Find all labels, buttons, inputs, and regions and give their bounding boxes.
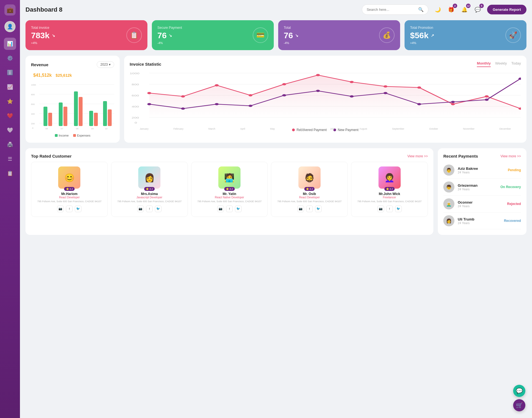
x-label-dec: December [499,127,511,130]
sidebar-item-info[interactable]: ℹ️ [4,66,16,79]
stat-icon-total: 💰 [379,27,395,43]
sidebar-logo[interactable]: 💼 [4,4,16,16]
sidebar-item-menu[interactable]: ☰ [4,153,16,165]
top-rated-view-more[interactable]: View more >> [407,154,428,158]
chat-icon-wrap[interactable]: 💬5 [473,5,483,15]
payment-status-0: Pending [508,168,521,172]
social-icons-3: 📷 f 🐦 [274,206,345,212]
twitter-icon-0[interactable]: 🐦 [75,206,81,212]
svg-point-40 [215,84,219,86]
svg-rect-11 [44,107,47,126]
payment-status-2: Rejected [507,202,521,206]
instagram-icon-3[interactable]: 📷 [297,206,304,212]
instagram-icon-4[interactable]: 📷 [377,206,384,212]
svg-text:600: 600 [132,94,139,97]
customer-card-1: 👩 ⭐ 4.2 Mrs.Asima Javascript Developer 7… [111,162,188,217]
facebook-icon-2[interactable]: f [226,206,233,212]
stat-label-secure: Secure Payment [157,26,182,30]
svg-text:400: 400 [132,105,139,108]
svg-text:06: 06 [45,127,48,130]
svg-point-44 [350,81,354,83]
svg-point-58 [417,103,421,105]
svg-point-39 [181,95,185,98]
payment-item-0: 👨 Aziz Bakree 24 Years Pending [443,162,521,179]
payment-status-1: On Recovery [500,185,521,189]
svg-marker-37 [149,75,521,117]
customer-addr-0: 795 Folsom Ave, Suite 600 San Francisco,… [34,200,105,203]
twitter-icon-4[interactable]: 🐦 [395,206,402,212]
sidebar-item-analytics[interactable]: 📈 [4,81,16,93]
twitter-icon-3[interactable]: 🐦 [315,206,322,212]
year-select[interactable]: 2023 ▾ [97,61,114,68]
page-title: Dashboard 8 [25,6,357,13]
x-label-sep: September [392,127,404,130]
sidebar-item-reports[interactable]: 📋 [4,167,16,179]
rating-badge-3: ⭐ 4.2 [304,187,315,191]
user-avatar[interactable]: 👤 [4,21,16,32]
tab-weekly[interactable]: Weekly [495,61,507,67]
sidebar-item-saved[interactable]: 🤍 [4,124,16,136]
svg-text:1000: 1000 [31,84,36,86]
generate-report-button[interactable]: Generate Report [487,5,526,14]
sidebar-item-favorites[interactable]: ⭐ [4,95,16,107]
payment-avatar-0: 👨 [443,165,454,176]
instagram-icon-2[interactable]: 📷 [217,206,224,212]
sidebar-item-liked[interactable]: ❤️ [4,110,16,122]
sidebar-item-settings[interactable]: ⚙️ [4,52,16,64]
bell-badge: 12 [466,4,470,8]
stat-change-promo: +4% [410,41,434,45]
instagram-icon-1[interactable]: 📷 [137,206,144,212]
payment-item-2: 👨‍🦳 Oconner 24 Years Rejected [443,196,521,212]
svg-point-54 [282,94,286,96]
gift-icon-wrap[interactable]: 🎁2 [446,5,456,15]
x-label-aug: August [359,127,367,130]
payment-status-3: Recovered [504,219,521,223]
svg-text:10: 10 [105,127,108,130]
payment-name-0: Aziz Bakree [458,166,505,171]
svg-point-52 [215,103,219,105]
header-icons: 🌙 🎁2 🔔12 💬5 [433,5,483,15]
svg-rect-20 [108,109,112,126]
stat-value-secure: 76 ↘ [157,31,182,40]
twitter-icon-2[interactable]: 🐦 [235,206,242,212]
cart-fab-button[interactable]: 🛒 [513,399,525,411]
payment-age-2: 24 Years [458,204,504,208]
bell-icon-wrap[interactable]: 🔔12 [459,5,469,15]
stat-card-secure-payment: Secure Payment 76 ↘ -4% 💳 [152,20,274,50]
search-box[interactable]: 🔍 [362,4,428,15]
social-icons-0: 📷 f 🐦 [34,206,105,212]
customer-addr-4: 795 Folsom Ave, Suite 600 San Francisco,… [354,200,425,203]
search-icon: 🔍 [418,7,424,12]
chat-badge: 5 [479,4,484,8]
social-icons-4: 📷 f 🐦 [354,206,425,212]
sidebar-item-print[interactable]: 🖨️ [4,139,16,151]
revenue-amount: $41,512k $25,612k [31,71,114,78]
sidebar-item-dashboard[interactable]: 📊 [4,38,16,50]
svg-text:800: 800 [31,93,35,96]
svg-text:200: 200 [31,122,35,125]
twitter-icon-1[interactable]: 🐦 [155,206,162,212]
facebook-icon-4[interactable]: f [386,206,393,212]
customer-avatar-3: 🧔 ⭐ 4.2 [298,166,321,189]
svg-point-56 [350,95,354,98]
customer-name-4: Mr.John Wick [354,192,425,196]
recent-payments-view-more[interactable]: View more >> [500,154,521,158]
theme-toggle[interactable]: 🌙 [433,5,443,15]
rating-badge-1: ⭐ 4.2 [144,187,155,191]
top-rated-card: Top Rated Customer View more >> 😊 ⭐ 4.2 … [25,148,433,235]
facebook-icon-0[interactable]: f [66,206,73,212]
svg-point-46 [417,86,421,89]
charts-row: Revenue 2023 ▾ $41,512k $25,612k [25,56,526,143]
svg-rect-16 [79,97,83,126]
svg-rect-17 [89,111,93,126]
payment-item-1: 👦 Griezerman 24 Years On Recovery [443,179,521,196]
legend-expenses: Expenses [73,134,90,137]
chat-fab-button[interactable]: 💬 [513,385,525,397]
revenue-card: Revenue 2023 ▾ $41,512k $25,612k [25,56,120,143]
facebook-icon-3[interactable]: f [306,206,313,212]
tab-today[interactable]: Today [511,61,521,67]
tab-monthly[interactable]: Monthly [477,61,491,67]
search-input[interactable] [367,7,416,12]
facebook-icon-1[interactable]: f [146,206,153,212]
instagram-icon-0[interactable]: 📷 [57,206,64,212]
